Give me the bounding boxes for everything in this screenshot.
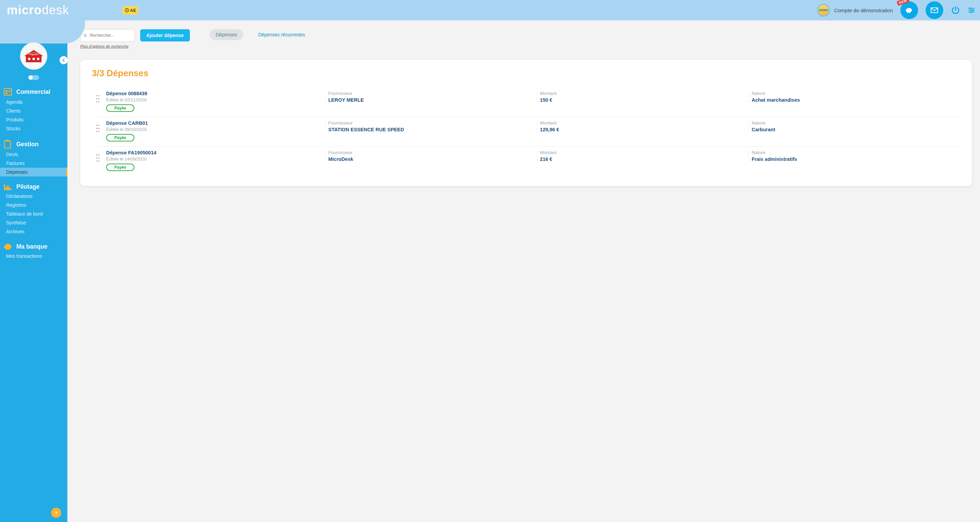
drag-handle[interactable] bbox=[92, 150, 103, 162]
nav-item-devis[interactable]: Devis bbox=[6, 150, 64, 159]
nav-section-commercial[interactable]: Commercial bbox=[3, 86, 64, 98]
collapse-sidebar-button[interactable] bbox=[60, 56, 68, 64]
svg-rect-10 bbox=[37, 58, 40, 60]
piggy-bank-button[interactable]: NEW bbox=[900, 2, 918, 19]
expense-row[interactable]: Dépense FA19050014 Éditée le 14/09/2020 … bbox=[92, 147, 960, 176]
nav-section-gestion[interactable]: Gestion bbox=[3, 138, 64, 150]
nav-item-depenses[interactable]: Dépenses bbox=[0, 168, 67, 176]
tab-depenses-recurrentes[interactable]: Dépenses récurrentes bbox=[252, 29, 311, 40]
theme-toggle[interactable] bbox=[28, 75, 39, 80]
supplier-value: LEROY MERLE bbox=[328, 97, 537, 103]
id-card-icon bbox=[3, 87, 12, 96]
sliders-icon[interactable] bbox=[968, 6, 975, 14]
nav-section-bank[interactable]: Ma banque bbox=[3, 241, 64, 252]
nav-item-produits[interactable]: Produits bbox=[6, 115, 64, 124]
nature-value: Frais administratifs bbox=[752, 156, 960, 162]
ae-mode-toggle[interactable]: AE bbox=[123, 6, 138, 14]
nav-item-transactions[interactable]: Mes transactions bbox=[6, 252, 64, 260]
mail-button[interactable] bbox=[926, 2, 943, 19]
logo: microdesk bbox=[7, 3, 69, 17]
expense-title: Dépense 0088439 bbox=[106, 91, 325, 96]
nav-item-factures[interactable]: Factures bbox=[6, 159, 64, 168]
content-area: Plus d'options de recherche Ajouter dépe… bbox=[67, 21, 980, 522]
expense-subtitle: Éditée le 09/10/2020 bbox=[106, 127, 325, 132]
status-badge: Payée bbox=[106, 134, 134, 141]
svg-point-6 bbox=[970, 11, 972, 13]
demo-badge: DEMO bbox=[817, 4, 830, 17]
nav-item-synthese[interactable]: Synthèse bbox=[6, 218, 64, 227]
expense-title: Dépense CARB01 bbox=[106, 121, 325, 126]
svg-rect-20 bbox=[6, 187, 7, 189]
expense-row[interactable]: Dépense 0088439 Éditée le 02/11/2020 Pay… bbox=[92, 87, 960, 117]
top-bar: microdesk AE DEMO Compte de démonstratio… bbox=[0, 0, 980, 21]
piggy-bank-icon bbox=[3, 243, 13, 250]
piggy-bank-icon bbox=[905, 6, 913, 14]
nav-item-declarations[interactable]: Déclarations bbox=[6, 192, 64, 201]
add-expense-button[interactable]: Ajouter dépense bbox=[140, 29, 190, 41]
svg-rect-16 bbox=[5, 141, 11, 148]
chevron-left-icon bbox=[62, 59, 65, 62]
supplier-value: MicroDesk bbox=[328, 156, 537, 162]
sidebar: Augustin Commercial Agenda Clients Produ… bbox=[0, 21, 67, 522]
expense-title: Dépense FA19050014 bbox=[106, 150, 325, 155]
tab-depenses[interactable]: Dépenses bbox=[210, 29, 243, 40]
search-input[interactable] bbox=[90, 33, 134, 38]
drag-handle[interactable] bbox=[92, 121, 103, 132]
expense-subtitle: Éditée le 14/09/2020 bbox=[106, 156, 325, 162]
expenses-card: 3/3 Dépenses Dépense 0088439 Éditée le 0… bbox=[80, 60, 972, 186]
nav-item-clients[interactable]: Clients bbox=[6, 106, 64, 115]
company-avatar[interactable]: Augustin bbox=[20, 43, 47, 70]
nav-item-stocks[interactable]: Stocks bbox=[6, 124, 64, 133]
amount-value: 150 € bbox=[540, 97, 749, 103]
svg-rect-9 bbox=[33, 58, 35, 60]
svg-rect-21 bbox=[8, 185, 8, 189]
nav-item-archives[interactable]: Archives bbox=[6, 227, 64, 236]
svg-rect-8 bbox=[28, 58, 30, 60]
search-icon bbox=[83, 33, 87, 38]
expense-subtitle: Éditée le 02/11/2020 bbox=[106, 97, 325, 102]
status-badge: Payée bbox=[106, 105, 134, 112]
account-name[interactable]: Compte de démonstration bbox=[834, 8, 893, 13]
power-icon[interactable] bbox=[951, 5, 960, 15]
search-box[interactable] bbox=[80, 29, 135, 41]
new-ribbon: NEW bbox=[897, 0, 910, 6]
nature-value: Achat marchandises bbox=[752, 97, 960, 103]
amount-value: 216 € bbox=[540, 156, 749, 162]
supplier-value: STATION ESSENCE RUE SPEED bbox=[328, 127, 537, 132]
nav-section-pilotage[interactable]: Pilotage bbox=[3, 181, 64, 192]
nature-value: Carburant bbox=[752, 127, 960, 132]
drag-handle[interactable] bbox=[92, 91, 103, 102]
svg-text:Augustin: Augustin bbox=[30, 53, 38, 56]
nav-item-agenda[interactable]: Agenda bbox=[6, 98, 64, 106]
nav-item-registres[interactable]: Registres bbox=[6, 201, 64, 209]
expense-row[interactable]: Dépense CARB01 Éditée le 09/10/2020 Payé… bbox=[92, 117, 960, 147]
svg-rect-22 bbox=[9, 187, 10, 189]
clock-icon bbox=[124, 8, 129, 13]
svg-point-4 bbox=[970, 8, 971, 9]
house-icon: Augustin bbox=[22, 48, 45, 64]
svg-point-5 bbox=[972, 10, 974, 11]
more-search-options[interactable]: Plus d'options de recherche bbox=[80, 44, 135, 48]
bar-chart-icon bbox=[3, 184, 12, 190]
clipboard-icon bbox=[3, 140, 11, 149]
card-title: 3/3 Dépenses bbox=[92, 68, 960, 79]
svg-rect-17 bbox=[6, 140, 9, 141]
envelope-icon bbox=[930, 6, 939, 14]
nav-item-tableaux[interactable]: Tableaux de bord bbox=[6, 209, 64, 218]
help-button[interactable]: ? bbox=[51, 508, 61, 518]
amount-value: 129,96 € bbox=[540, 127, 749, 132]
svg-point-13 bbox=[5, 90, 8, 92]
status-badge: Payée bbox=[106, 163, 134, 171]
